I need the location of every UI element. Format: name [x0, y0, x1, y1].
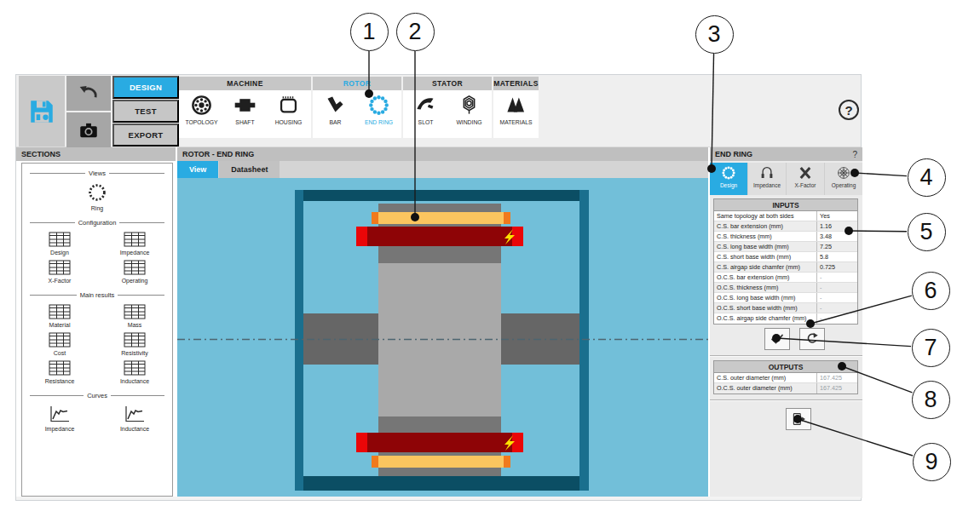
- end-ring-bottom-cap-left: [372, 456, 378, 468]
- callout-9: 9: [913, 443, 951, 481]
- row-value[interactable]: 1.16: [816, 221, 857, 231]
- save-button[interactable]: [19, 76, 65, 146]
- table-row: O.C.S. outer diameter (mm)167.425: [714, 383, 857, 393]
- panel-tab-label: Operating: [832, 182, 856, 188]
- frame-left-edge: [295, 190, 303, 491]
- row-value[interactable]: -: [816, 283, 857, 292]
- sidebar-item-label: Material: [49, 322, 71, 328]
- sidebar-item-views-ring[interactable]: Ring: [22, 180, 172, 213]
- row-value[interactable]: Yes: [816, 211, 857, 221]
- mode-button-test[interactable]: TEST: [112, 100, 179, 123]
- ring-icon: [87, 182, 107, 203]
- sidebar-item-label: Cost: [54, 350, 66, 356]
- row-value[interactable]: 3.48: [816, 232, 857, 241]
- inputs-table: INPUTS Same topology at both sidesYesC.S…: [713, 198, 858, 325]
- panel-tab-label: Design: [720, 182, 737, 188]
- sidebar-item-label: Design: [50, 250, 69, 256]
- row-label: C.S. thickness (mm): [714, 232, 816, 241]
- row-value[interactable]: -: [816, 273, 857, 282]
- retaining-ring-top-cap-left: [356, 227, 367, 246]
- tab-datasheet[interactable]: Datasheet: [219, 161, 280, 178]
- row-label: Same topology at both sides: [714, 211, 816, 221]
- sidebar-item-label: Ring: [91, 205, 103, 211]
- row-value[interactable]: 7.25: [816, 242, 857, 251]
- sidebar-item-label: Inductance: [120, 378, 149, 384]
- apply-button[interactable]: [764, 328, 790, 350]
- sidebar-item-main-results-mass[interactable]: Mass: [97, 302, 172, 330]
- frame-top-bar: [303, 190, 579, 201]
- row-label: C.S. outer diameter (mm): [714, 373, 816, 382]
- ribbon-group-materials: MATERIALSMATERIALS: [493, 77, 539, 138]
- mode-button-export[interactable]: EXPORT: [112, 124, 179, 146]
- table-row: C.S. outer diameter (mm)167.425: [714, 373, 857, 383]
- section-group-label: Views: [89, 169, 106, 177]
- section-group-label: Curves: [87, 392, 107, 399]
- callout-3: 3: [695, 15, 734, 54]
- screenshot-button[interactable]: [66, 112, 111, 147]
- panel-tab-design[interactable]: Design: [710, 163, 747, 195]
- end-ring-top-cap-left: [372, 212, 378, 224]
- row-value[interactable]: -: [816, 303, 857, 313]
- ribbon-item-materials[interactable]: MATERIALS: [494, 90, 538, 138]
- ribbon-item-label: SLOT: [418, 119, 434, 125]
- row-label: O.C.S. thickness (mm): [714, 283, 816, 292]
- main-view-title: ROTOR - END RING: [182, 150, 254, 158]
- bar-icon: [324, 94, 347, 117]
- sidebar-item-main-results-resistivity[interactable]: Resistivity: [97, 330, 172, 358]
- winding-icon: [458, 94, 481, 117]
- panel-tab-operating[interactable]: Operating: [825, 163, 862, 195]
- undo-button[interactable]: [66, 76, 111, 111]
- table-row: O.C.S. airgap side chamfer (mm)-: [714, 313, 857, 324]
- row-value[interactable]: -: [816, 293, 857, 302]
- sidebar-item-configuration-impedance[interactable]: Impedance: [97, 229, 172, 257]
- export-results-button[interactable]: [786, 408, 811, 430]
- ribbon-item-bar[interactable]: BAR: [314, 90, 357, 138]
- outputs-table: OUTPUTS C.S. outer diameter (mm)167.425O…: [713, 360, 858, 394]
- panel-help-button[interactable]: ?: [852, 150, 857, 159]
- help-button[interactable]: ?: [839, 100, 859, 120]
- ribbon-item-winding[interactable]: WINDING: [447, 90, 491, 138]
- curve-icon: [49, 405, 71, 423]
- caliper-icon: [759, 165, 775, 181]
- end-ring-top: [372, 212, 510, 224]
- callout-4: 4: [908, 158, 946, 197]
- retaining-ring-top-cap-right: [512, 227, 523, 246]
- ribbon-item-topology[interactable]: TOPOLOGY: [180, 90, 223, 138]
- sidebar-item-main-results-cost[interactable]: Cost: [22, 330, 97, 358]
- row-label: C.S. short base width (mm): [714, 252, 816, 261]
- row-value[interactable]: 5.8: [816, 252, 857, 261]
- ribbon-item-housing[interactable]: HOUSING: [267, 90, 310, 138]
- row-value[interactable]: -: [816, 313, 857, 324]
- panel-tab-x-factor[interactable]: X-Factor: [787, 163, 824, 195]
- sidebar-item-main-results-inductance[interactable]: Inductance: [97, 358, 172, 386]
- ribbon-group-stator: STATORSLOTWINDING: [403, 77, 492, 138]
- sidebar-item-configuration-x-factor[interactable]: X-Factor: [22, 257, 97, 285]
- tab-view[interactable]: View: [177, 161, 218, 178]
- table-row: O.C.S. long base width (mm)-: [714, 293, 857, 303]
- ribbon-item-shaft[interactable]: SHAFT: [223, 90, 267, 138]
- reset-button[interactable]: [799, 328, 825, 350]
- sidebar-item-configuration-operating[interactable]: Operating: [97, 257, 172, 285]
- retaining-ring-bottom-cap-left: [356, 433, 367, 452]
- sidebar-item-label: Impedance: [45, 426, 75, 432]
- end-ring-tabs: DesignImpedanceX-FactorOperating: [710, 163, 862, 195]
- row-value[interactable]: 0.725: [816, 262, 857, 272]
- panel-tab-label: X-Factor: [795, 182, 816, 188]
- sidebar-item-main-results-resistance[interactable]: Resistance: [22, 358, 97, 386]
- sidebar-item-curves-inductance[interactable]: Inductance: [97, 402, 172, 434]
- sidebar-item-curves-impedance[interactable]: Impedance: [22, 402, 97, 434]
- panel-tab-impedance[interactable]: Impedance: [748, 163, 786, 195]
- sidebar-item-configuration-design[interactable]: Design: [22, 229, 97, 257]
- ribbon-item-end-ring[interactable]: END RING: [357, 90, 401, 138]
- sidebar-item-main-results-material[interactable]: Material: [22, 302, 97, 330]
- export-icon: [791, 411, 806, 427]
- panel-divider: [710, 355, 862, 357]
- ribbon-item-slot[interactable]: SLOT: [404, 90, 447, 138]
- row-label: C.S. long base width (mm): [714, 242, 816, 251]
- endring-icon: [367, 94, 390, 117]
- mode-button-design[interactable]: DESIGN: [112, 76, 179, 99]
- end-ring-bottom-cap-right: [504, 456, 510, 468]
- inputs-table-title: INPUTS: [714, 199, 857, 211]
- ribbon-group-label: STATOR: [403, 77, 492, 90]
- ribbon-item-label: TOPOLOGY: [185, 119, 217, 125]
